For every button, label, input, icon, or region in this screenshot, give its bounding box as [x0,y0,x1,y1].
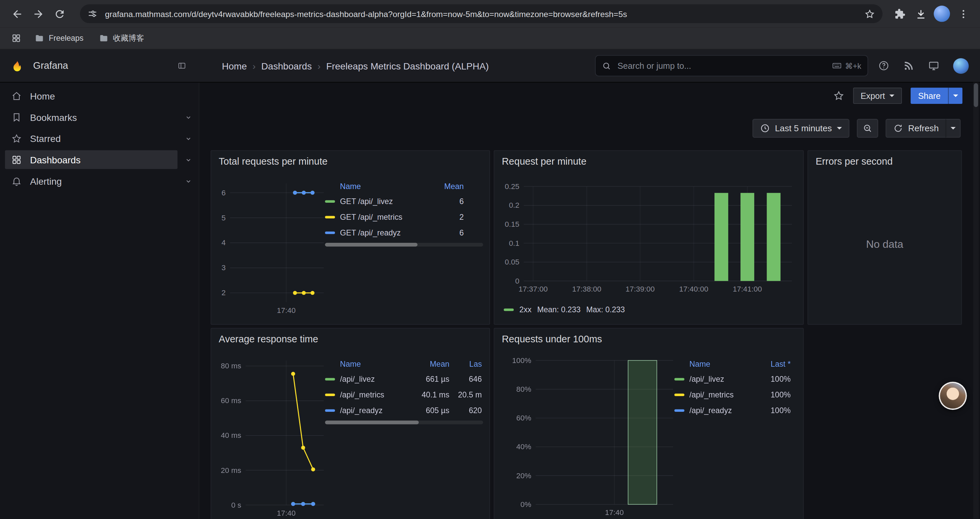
legend-row[interactable]: /api/_livez100% [675,371,791,387]
refresh-button[interactable]: Refresh [886,119,946,137]
share-button[interactable]: Share [911,88,948,104]
brand-section: Grafana [0,50,199,82]
back-arrow-icon [11,8,23,20]
scrollbar-thumb[interactable] [325,243,417,246]
svg-text:0: 0 [515,277,519,285]
panel-request-per-minute: Request per minute 0.250.20.150.10.05017… [494,150,803,325]
svg-text:20%: 20% [516,471,531,480]
legend-row[interactable]: /api/_livez661 µs646 [325,371,482,387]
legend-series-name: /api/_livez [340,374,408,383]
legend-row[interactable]: GET /api/_readyz6 [325,225,464,241]
sidebar-link-bookmarks[interactable]: Bookmarks [5,107,177,126]
legend-scrollbar[interactable] [325,243,483,246]
bookmark-folder-freeleaps[interactable]: Freeleaps [29,30,89,46]
forward-button[interactable] [27,3,49,24]
legend-column-value[interactable]: Mean [413,360,450,368]
sidebar-link-dashboards[interactable]: Dashboards [5,150,177,169]
legend-row[interactable]: /api/_metrics100% [675,387,791,402]
scrollbar-thumb[interactable] [974,83,978,107]
legend-row[interactable]: /api/_metrics40.1 ms20.5 m [325,387,482,402]
legend-column-name[interactable]: Name [689,360,756,368]
bookmark-folder-blogs[interactable]: 收藏博客 [93,30,150,46]
legend-series-name: /api/_readyz [340,406,408,414]
extensions-button[interactable] [889,3,910,24]
legend-row[interactable]: /api/_readyz605 µs620 [325,402,482,418]
legend-row[interactable]: GET /api/_metrics2 [325,209,464,225]
breadcrumb-item[interactable]: Dashboards [261,61,312,71]
chevron-down-icon[interactable] [177,156,199,164]
bookmark-page-icon[interactable] [864,8,875,19]
sidebar-link-alerting[interactable]: Alerting [5,171,177,190]
panel-title[interactable]: Errors per second [816,156,892,167]
sidebar-item-label: Bookmarks [30,112,77,122]
legend-column-value[interactable]: Las [454,360,482,368]
sidebar: HomeBookmarksStarredDashboardsAlerting [0,83,199,519]
svg-text:17:40:00: 17:40:00 [679,285,708,293]
legend-series-label[interactable]: 2xx [519,305,531,314]
svg-text:80 ms: 80 ms [221,362,241,370]
legend-column-name[interactable]: Name [340,182,434,191]
svg-text:0.2: 0.2 [509,201,519,209]
series-swatch [675,409,684,411]
refresh-split-button: Refresh [886,119,961,137]
refresh-interval-dropdown[interactable] [946,119,961,137]
legend-value: 6 [439,228,464,237]
star-icon [833,90,845,102]
apps-grid-icon[interactable] [7,30,25,46]
download-icon [915,8,927,20]
zoom-out-button[interactable] [857,119,878,137]
sidebar-item-label: Home [30,91,55,101]
legend-series-name: /api/_livez [689,374,756,383]
legend-scrollbar[interactable] [325,420,483,424]
address-bar[interactable] [80,4,883,23]
news-button[interactable] [903,60,915,72]
assistant-avatar[interactable] [939,382,967,410]
legend-row[interactable]: GET /api/_livez6 [325,193,464,209]
sidebar-link-starred[interactable]: Starred [5,129,177,148]
breadcrumb-separator: › [253,61,256,71]
search-bar[interactable]: ⌘+k [595,55,868,77]
series-swatch [325,378,335,380]
chevron-down-icon[interactable] [177,113,199,121]
legend-column-value[interactable]: Mean [439,182,464,191]
legend-value: 100% [760,390,791,399]
legend-value: 661 µs [413,374,450,383]
favorite-dashboard-button[interactable] [833,90,845,102]
legend-column-name[interactable]: Name [340,360,408,368]
help-button[interactable] [878,60,889,72]
chevron-down-icon[interactable] [177,177,199,185]
sidebar-link-home[interactable]: Home [5,86,199,105]
screen-button[interactable] [928,60,939,72]
back-button[interactable] [6,3,28,24]
legend-row[interactable]: /api/_readyz100% [675,402,791,418]
search-input[interactable] [616,61,832,71]
request-per-minute-chart: 0.250.20.150.10.05017:37:0017:38:0017:39… [494,151,803,324]
site-settings-icon[interactable] [88,9,97,19]
svg-text:17:40: 17:40 [277,306,296,315]
swatch-spacer [325,363,335,366]
browser-profile-avatar[interactable] [934,6,950,22]
user-avatar[interactable] [953,58,969,73]
scrollbar-thumb[interactable] [325,420,418,424]
legend-column-value[interactable]: Last * [760,360,791,368]
dock-menu-button[interactable] [174,57,190,74]
breadcrumb-item[interactable]: Home [222,61,247,71]
downloads-button[interactable] [910,3,931,24]
share-dropdown-button[interactable] [948,88,963,104]
panel-legend: NameMeanGET /api/_livez6GET /api/_metric… [325,180,464,241]
page-scrollbar[interactable] [973,82,978,519]
export-button[interactable]: Export [853,88,902,104]
keyboard-icon [832,61,842,71]
url-input[interactable] [104,8,864,19]
grafana-body: HomeBookmarksStarredDashboardsAlerting E… [0,83,980,519]
browser-menu-button[interactable] [953,3,974,24]
no-data-label: No data [808,238,961,251]
reload-button[interactable] [49,3,70,24]
panel-errors-per-second: Errors per second No data [808,150,962,325]
svg-text:100%: 100% [512,356,531,365]
monitor-icon [928,60,939,72]
time-range-picker[interactable]: Last 5 minutes [752,119,850,137]
legend-series-name: GET /api/_livez [340,197,434,205]
chevron-down-icon[interactable] [177,134,199,142]
star-icon [11,133,22,144]
